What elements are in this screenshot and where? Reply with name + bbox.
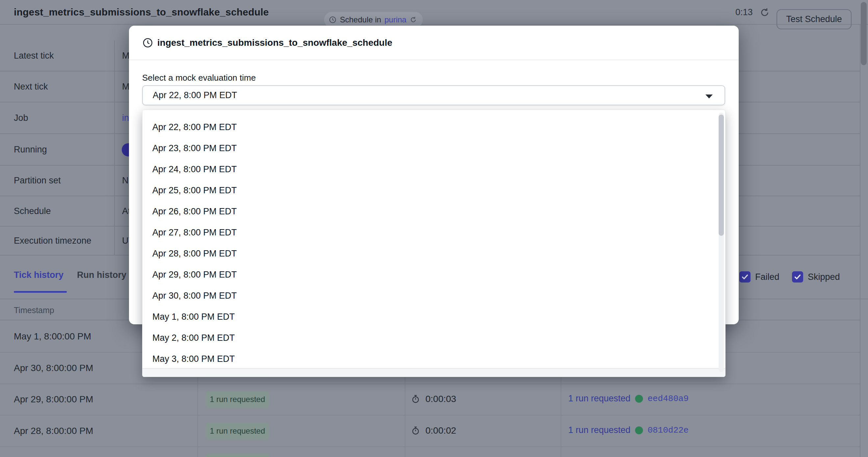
- dropdown-option[interactable]: Apr 26, 8:00 PM EDT: [143, 201, 715, 222]
- result-badge: 1 run requested: [206, 422, 269, 439]
- detail-label: Next tick: [14, 82, 48, 92]
- filter-label: Skipped: [808, 272, 840, 282]
- detail-label: Schedule: [14, 206, 51, 216]
- run-status-dot: [635, 426, 643, 434]
- tick-timestamp: Apr 28, 8:00:00 PM: [14, 426, 93, 436]
- clock-icon: [329, 16, 337, 24]
- stopwatch-icon: [411, 426, 420, 435]
- mock-time-select[interactable]: Apr 22, 8:00 PM EDT: [142, 85, 725, 105]
- page-title: ingest_metrics_submissions_to_snowflake_…: [14, 7, 269, 18]
- stopwatch-icon: [411, 395, 420, 404]
- tick-timestamp: Apr 30, 8:00:00 PM: [14, 363, 93, 373]
- run-id-link[interactable]: eed480a9: [648, 394, 689, 404]
- tick-duration: 0:00:03: [411, 394, 456, 404]
- dropdown-option[interactable]: Apr 27, 8:00 PM EDT: [143, 222, 715, 243]
- runs-requested-link[interactable]: 1 run requested: [568, 425, 630, 435]
- mock-time-label: Select a mock evaluation time: [142, 73, 256, 83]
- dropdown-option[interactable]: Apr 30, 8:00 PM EDT: [143, 285, 715, 306]
- detail-value: M: [122, 51, 130, 61]
- tab-tick-history[interactable]: Tick history: [14, 270, 63, 280]
- content-right-border: [860, 25, 861, 457]
- refresh-icon[interactable]: [410, 16, 417, 23]
- schedule-page: ingest_metrics_submissions_to_snowflake_…: [0, 0, 868, 457]
- dropdown-footer: [143, 368, 725, 377]
- tick-timestamp: May 1, 8:00:00 PM: [14, 331, 91, 342]
- detail-value: N: [122, 175, 129, 186]
- dialog-title: ingest_metrics_submissions_to_snowflake_…: [157, 37, 392, 48]
- checkmark-icon: [794, 273, 802, 281]
- mock-time-dropdown: Apr 22, 8:00 PM EDT Apr 23, 8:00 PM EDT …: [142, 110, 725, 377]
- dropdown-option[interactable]: Apr 24, 8:00 PM EDT: [143, 159, 715, 180]
- refresh-countdown: 0:13: [735, 0, 753, 25]
- duration-value: 0:00:03: [426, 394, 456, 404]
- dropdown-option[interactable]: May 2, 8:00 PM EDT: [143, 327, 715, 348]
- dropdown-option[interactable]: Apr 25, 8:00 PM EDT: [143, 180, 715, 201]
- run-id-link[interactable]: 0810d22e: [648, 425, 689, 435]
- job-link[interactable]: in: [122, 113, 129, 123]
- test-schedule-button[interactable]: Test Schedule: [777, 9, 851, 29]
- dropdown-option[interactable]: Apr 22, 8:00 PM EDT: [143, 117, 715, 138]
- dropdown-option[interactable]: Apr 28, 8:00 PM EDT: [143, 243, 715, 264]
- page-header: ingest_metrics_submissions_to_snowflake_…: [0, 0, 868, 25]
- row-divider: [0, 415, 860, 416]
- checkmark-icon: [741, 273, 749, 281]
- active-tab-underline: [14, 291, 67, 293]
- detail-label: Running: [14, 145, 47, 155]
- filter-failed[interactable]: Failed: [739, 271, 779, 283]
- skipped-checkbox[interactable]: [792, 271, 803, 283]
- dropdown-option[interactable]: Apr 23, 8:00 PM EDT: [143, 138, 715, 159]
- dropdown-option[interactable]: May 3, 8:00 PM EDT: [143, 348, 715, 369]
- page-scrollbar[interactable]: [861, 2, 867, 65]
- row-divider: [0, 447, 860, 447]
- detail-label: Latest tick: [14, 51, 54, 61]
- tab-run-history[interactable]: Run history: [77, 270, 126, 280]
- result-badge: 1 run requested: [206, 391, 269, 408]
- run-status-dot: [635, 395, 643, 403]
- detail-value: M: [122, 82, 130, 92]
- detail-label: Job: [14, 113, 28, 123]
- filter-skipped[interactable]: Skipped: [792, 271, 840, 283]
- detail-label: Execution timezone: [14, 236, 91, 246]
- selected-option: Apr 22, 8:00 PM EDT: [153, 90, 237, 101]
- tick-runs: 1 run requested 0810d22e: [568, 425, 689, 435]
- tick-timestamp: Apr 29, 8:00:00 PM: [14, 394, 93, 405]
- chip-prefix: Schedule in: [340, 15, 381, 24]
- filter-label: Failed: [755, 272, 779, 282]
- failed-checkbox[interactable]: [739, 271, 750, 283]
- dropdown-scrollbar-track[interactable]: [719, 113, 724, 372]
- column-header-timestamp: Timestamp: [14, 306, 54, 315]
- dropdown-scrollbar-thumb[interactable]: [719, 115, 724, 236]
- schedule-location-chip[interactable]: Schedule in purina: [324, 12, 423, 28]
- dropdown-option[interactable]: May 1, 8:00 PM EDT: [143, 306, 715, 327]
- tick-duration: 0:00:02: [411, 425, 456, 436]
- refresh-icon[interactable]: [760, 7, 770, 18]
- dropdown-option[interactable]: Apr 29, 8:00 PM EDT: [143, 264, 715, 285]
- tick-runs: 1 run requested eed480a9: [568, 394, 689, 404]
- chevron-down-icon: [706, 94, 713, 98]
- dialog-header: ingest_metrics_submissions_to_snowflake_…: [129, 26, 739, 60]
- row-divider: [0, 383, 860, 384]
- clock-icon: [142, 37, 153, 49]
- detail-label: Partition set: [14, 175, 61, 186]
- duration-value: 0:00:02: [426, 425, 456, 436]
- chip-location-link[interactable]: purina: [384, 15, 406, 24]
- runs-requested-link[interactable]: 1 run requested: [568, 394, 630, 404]
- result-badge-partial: [206, 454, 269, 457]
